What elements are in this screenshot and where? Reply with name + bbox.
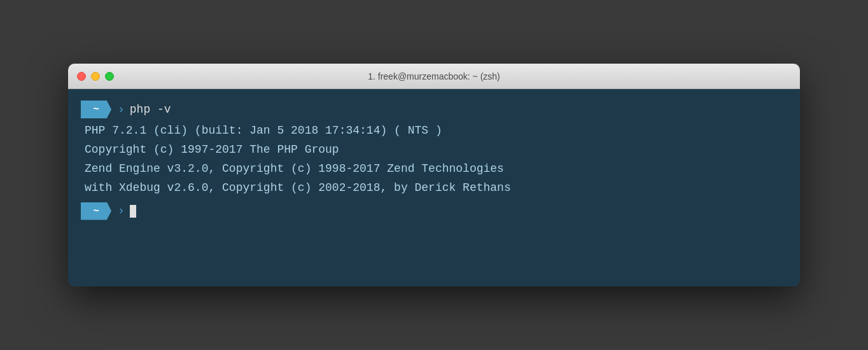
output-line-2: Copyright (c) 1997-2017 The PHP Group <box>83 141 787 159</box>
output-line-1: PHP 7.2.1 (cli) (built: Jan 5 2018 17:34… <box>83 122 787 140</box>
prompt-badge-2: ~ <box>81 202 111 220</box>
window-title: 1. freek@murzemacbook: ~ (zsh) <box>368 71 500 81</box>
second-prompt-line: ~ › <box>81 202 787 220</box>
output-line-4: with Xdebug v2.6.0, Copyright (c) 2002-2… <box>83 179 787 197</box>
cursor <box>130 205 136 218</box>
titlebar: 1. freek@murzemacbook: ~ (zsh) <box>68 64 800 89</box>
output-block: PHP 7.2.1 (cli) (built: Jan 5 2018 17:34… <box>81 122 787 197</box>
maximize-button[interactable] <box>105 72 114 81</box>
prompt-arrow-1: › <box>118 101 125 118</box>
terminal-body[interactable]: ~ › php -v PHP 7.2.1 (cli) (built: Jan 5… <box>68 89 800 286</box>
prompt-tilde-2: ~ <box>93 204 99 219</box>
command-text: php -v <box>130 101 171 118</box>
prompt-badge-1: ~ <box>81 101 111 118</box>
output-line-3: Zend Engine v3.2.0, Copyright (c) 1998-2… <box>83 160 787 178</box>
terminal-window: 1. freek@murzemacbook: ~ (zsh) ~ › php -… <box>68 64 800 286</box>
prompt-arrow-2: › <box>118 202 125 220</box>
prompt-tilde-1: ~ <box>93 102 99 117</box>
command-line: ~ › php -v <box>81 101 787 118</box>
minimize-button[interactable] <box>91 72 100 81</box>
traffic-lights <box>77 72 114 81</box>
close-button[interactable] <box>77 72 86 81</box>
